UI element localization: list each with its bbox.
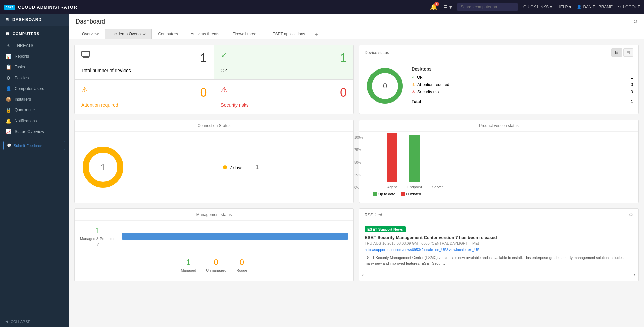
ok-legend-icon: ✓	[412, 75, 415, 80]
bar-group-agent: Agent	[387, 133, 397, 189]
connection-donut-label: 1	[101, 162, 105, 173]
total-legend-val: 1	[631, 99, 633, 104]
bar-legend: Up to date Outdated	[366, 189, 632, 200]
monitor-icon[interactable]: 🖥 ▾	[443, 4, 452, 10]
security-number: 0	[340, 86, 347, 100]
sidebar-item-notifications[interactable]: 🔔 Notifications	[0, 115, 69, 126]
tab-incidents-overview[interactable]: Incidents Overview	[105, 29, 152, 39]
security-legend-icon: ⚠	[412, 90, 415, 94]
ok-legend-val: 1	[631, 75, 633, 80]
rogue-label: Rogue	[236, 268, 247, 272]
legend-row-total: Total 1	[412, 97, 633, 105]
logout-button[interactable]: ↪ LOGOUT	[618, 5, 640, 9]
outdated-color	[401, 192, 405, 196]
help-button[interactable]: HELP ▾	[557, 5, 571, 9]
unmanaged-stat: 0 Unmanaged	[206, 258, 226, 272]
quarantine-icon: 🔒	[5, 107, 11, 113]
conn-dot-7days	[223, 165, 227, 169]
attention-icon: ⚠	[81, 86, 88, 94]
product-version-card: Product version status 100% 75% 50% 25% …	[359, 120, 639, 203]
device-status-title: Device status	[365, 50, 389, 55]
computers-label: COMPUTERS	[13, 32, 39, 36]
outdated-label: Outdated	[406, 192, 421, 196]
management-progress-bar	[122, 233, 348, 240]
reports-icon: 📊	[5, 54, 11, 59]
sidebar-item-quarantine[interactable]: 🔒 Quarantine	[0, 105, 69, 115]
computers-header[interactable]: 🖥 COMPUTERS	[0, 28, 69, 38]
content-header: Dashboard ↻ Overview Incidents Overview …	[69, 14, 644, 39]
device-status-card: Device status 🖥 ⊞	[359, 45, 639, 114]
tab-overview[interactable]: Overview	[76, 29, 105, 39]
sidebar-item-tasks[interactable]: 📋 Tasks	[0, 62, 69, 73]
rss-next-button[interactable]: ›	[634, 271, 636, 278]
rss-link[interactable]: http://support.eset.com/news6953/?locale…	[365, 248, 479, 252]
unmanaged-label: Unmanaged	[206, 268, 226, 272]
submit-feedback-button[interactable]: 💬 Submit Feedback	[3, 141, 65, 150]
connection-title: Connection Status	[75, 120, 353, 132]
connection-legend: 7 days 1	[135, 164, 347, 170]
bar-group-endpoint: Endpoint	[407, 135, 422, 189]
attention-legend-label: Attention required	[417, 82, 449, 87]
svg-rect-1	[84, 56, 88, 57]
rogue-number: 0	[240, 258, 244, 267]
rss-tag: ESET Support News	[365, 226, 406, 232]
ok-card: ✓ 1 Ok	[214, 45, 354, 79]
quick-links-button[interactable]: QUICK LINKS ▾	[523, 5, 552, 9]
search-input[interactable]	[457, 3, 518, 11]
connection-status-card: Connection Status 1	[74, 120, 354, 203]
installers-icon: 📦	[5, 97, 11, 102]
up-to-date-color	[373, 192, 377, 196]
user-menu[interactable]: 👤 DANIEL BRAME	[577, 5, 613, 9]
rss-prev-button[interactable]: ‹	[362, 271, 364, 278]
ok-number: 1	[340, 51, 347, 65]
top-nav: eset CLOUD ADMINISTRATOR 🔔 1 🖥 ▾ QUICK L…	[0, 0, 644, 14]
desktop-tab[interactable]: 🖥	[611, 48, 622, 57]
notifications-icon: 🔔	[5, 118, 11, 124]
table-view-tab[interactable]: ⊞	[623, 48, 633, 57]
management-status-card: Management status 1 Managed & Protected …	[74, 208, 354, 281]
sidebar-item-computer-users[interactable]: 👤 Computer Users	[0, 83, 69, 94]
device-status-body: 0 Desktops ✓ Ok 1	[359, 60, 638, 111]
sidebar: ⊞ DASHBOARD 🖥 COMPUTERS ⚠ THREATS 📊 Repo…	[0, 14, 69, 327]
attention-number: 0	[200, 86, 207, 100]
tab-eset-applications[interactable]: ESET applications	[266, 29, 311, 39]
feedback-icon: 💬	[7, 143, 12, 148]
refresh-icon[interactable]: ↻	[633, 18, 637, 25]
collapse-button[interactable]: ◀ COLLAPSE	[0, 316, 69, 327]
tab-bar: Overview Incidents Overview Computers An…	[76, 29, 637, 39]
rss-settings-icon[interactable]: ⚙	[629, 212, 633, 217]
legend-desktops-title: Desktops	[412, 66, 633, 72]
rss-header: RSS feed ⚙	[359, 209, 638, 221]
policies-label: Policies	[15, 76, 29, 80]
tab-computers[interactable]: Computers	[152, 29, 184, 39]
add-tab-button[interactable]: +	[311, 30, 321, 39]
sidebar-item-threats[interactable]: ⚠ THREATS	[0, 40, 69, 51]
security-legend-val: 0	[631, 90, 633, 94]
sidebar-item-dashboard[interactable]: ⊞ DASHBOARD	[0, 14, 69, 26]
rss-headline: ESET Security Management Center version …	[365, 235, 633, 240]
tab-antivirus-threats[interactable]: Antivirus threats	[184, 29, 226, 39]
ok-icon: ✓	[221, 51, 227, 60]
sidebar-item-reports[interactable]: 📊 Reports	[0, 51, 69, 62]
threats-icon: ⚠	[5, 43, 11, 48]
device-donut-chart: 0	[365, 66, 405, 106]
computer-users-icon: 👤	[5, 86, 11, 91]
device-donut-label: 0	[383, 82, 387, 90]
rss-date: THU AUG 16 2018 08:03:09 GMT-0500 (CENTR…	[365, 241, 633, 245]
notification-bell[interactable]: 🔔 1	[430, 3, 437, 11]
legend-up-to-date: Up to date	[373, 192, 395, 196]
security-icon: ⚠	[221, 86, 228, 94]
conn-7days-label: 7 days	[230, 165, 242, 170]
progress-container	[122, 233, 348, 240]
rss-text: ESET Security Management Center (ESMC) v…	[365, 255, 633, 266]
sidebar-item-status-overview[interactable]: 📈 Status Overview	[0, 126, 69, 137]
tab-firewall-threats[interactable]: Firewall threats	[226, 29, 266, 39]
sidebar-item-installers[interactable]: 📦 Installers	[0, 94, 69, 105]
devices-icon	[81, 51, 91, 60]
connection-body: 1 7 days 1	[75, 132, 353, 203]
legend-row-attention: ⚠ Attention required 0	[412, 81, 633, 88]
sidebar-item-policies[interactable]: ⚙ Policies	[0, 73, 69, 83]
reports-label: Reports	[15, 54, 29, 59]
total-devices-label: Total number of devices	[81, 68, 207, 73]
endpoint-uptodate-bar	[409, 135, 420, 182]
